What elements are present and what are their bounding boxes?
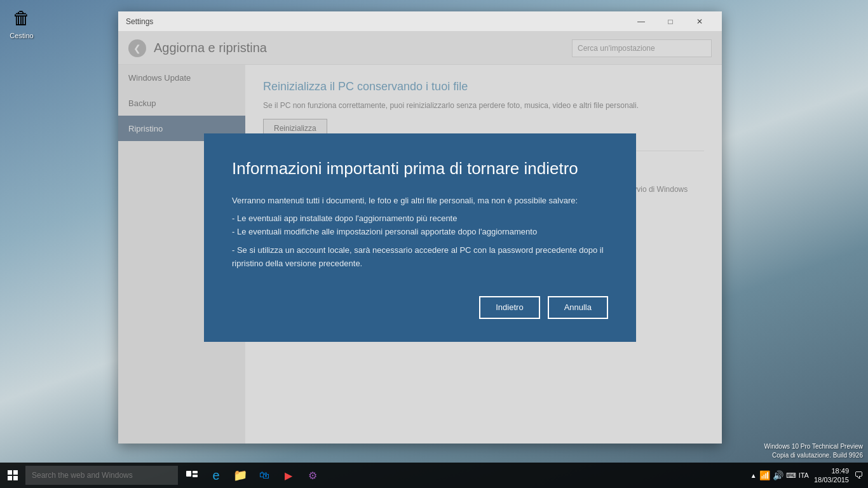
settings-button[interactable]: ⚙ <box>301 463 324 488</box>
modal-cancel-button[interactable]: Annulla <box>548 296 608 319</box>
recycle-bin-icon[interactable]: 🗑 Cestino <box>9 5 34 39</box>
modal-intro: Verranno mantenuti tutti i documenti, le… <box>232 194 608 208</box>
svg-rect-4 <box>186 471 191 477</box>
clock-date: 18/03/2015 <box>814 475 849 484</box>
modal-item-1: - Le eventuali modifiche alle impostazio… <box>232 226 608 239</box>
store-button[interactable]: 🛍 <box>253 463 276 488</box>
window-title: Settings <box>126 17 627 26</box>
file-explorer-button[interactable]: 📁 <box>229 463 252 488</box>
windows-logo-icon <box>8 470 18 480</box>
modal-item-2: - Se si utilizza un account locale, sarà… <box>232 244 608 271</box>
modal-dialog: Informazioni importanti prima di tornare… <box>204 133 636 341</box>
window-controls: — □ ✕ <box>627 11 714 32</box>
modal-back-button[interactable]: Indietro <box>479 296 539 319</box>
chevron-up-icon[interactable]: ▲ <box>750 472 757 479</box>
task-view-button[interactable] <box>180 463 203 488</box>
svg-rect-5 <box>193 471 198 473</box>
desktop: 🗑 Cestino Settings — □ ✕ ❮ Aggiorna e ri… <box>0 0 868 488</box>
clock[interactable]: 18:49 18/03/2015 <box>814 466 849 485</box>
modal-title: Informazioni importanti prima di tornare… <box>232 159 608 179</box>
volume-icon[interactable]: 🔊 <box>773 470 783 480</box>
clock-time: 18:49 <box>814 466 849 475</box>
close-button[interactable]: ✕ <box>685 11 714 32</box>
notification-icon[interactable]: 🗨 <box>854 470 863 480</box>
taskbar-right: ▲ 📶 🔊 ⌨ ITA 18:49 18/03/2015 🗨 <box>750 463 868 488</box>
recycle-bin-graphic: 🗑 <box>9 5 34 30</box>
watermark-line1: Windows 10 Pro Technical Preview <box>764 442 863 451</box>
modal-body: Verranno mantenuti tutti i documenti, le… <box>232 194 608 271</box>
modal-item-0: - Le eventuali app installate dopo l'agg… <box>232 212 608 226</box>
title-bar: Settings — □ ✕ <box>118 11 722 32</box>
taskbar-icons: e 📁 🛍 ▶ ⚙ <box>180 463 324 488</box>
svg-rect-3 <box>13 476 18 480</box>
watermark: Windows 10 Pro Technical Preview Copia d… <box>764 442 863 460</box>
internet-explorer-button[interactable]: e <box>205 463 227 488</box>
media-button[interactable]: ▶ <box>277 463 300 488</box>
start-button[interactable] <box>0 463 25 488</box>
language-label: ITA <box>799 471 809 479</box>
taskbar: e 📁 🛍 ▶ ⚙ ▲ 📶 🔊 ⌨ ITA 18:49 18/03/2015 🗨 <box>0 463 868 488</box>
modal-footer: Indietro Annulla <box>232 296 608 319</box>
svg-rect-6 <box>193 475 198 477</box>
system-tray: ▲ 📶 🔊 ⌨ ITA <box>750 470 809 480</box>
svg-rect-2 <box>8 476 12 480</box>
svg-rect-0 <box>8 470 12 475</box>
svg-rect-1 <box>13 470 18 475</box>
keyboard-icon: ⌨ <box>786 471 796 480</box>
modal-overlay: Informazioni importanti prima di tornare… <box>118 32 722 444</box>
watermark-line2: Copia di valutazione. Build 9926 <box>764 451 863 460</box>
settings-window: Settings — □ ✕ ❮ Aggiorna e ripristina W… <box>118 11 722 444</box>
taskbar-search-input[interactable] <box>25 466 178 485</box>
recycle-bin-label: Cestino <box>10 32 33 39</box>
network-icon[interactable]: 📶 <box>759 470 770 480</box>
task-view-icon <box>186 471 198 480</box>
maximize-button[interactable]: □ <box>656 11 685 32</box>
minimize-button[interactable]: — <box>627 11 656 32</box>
